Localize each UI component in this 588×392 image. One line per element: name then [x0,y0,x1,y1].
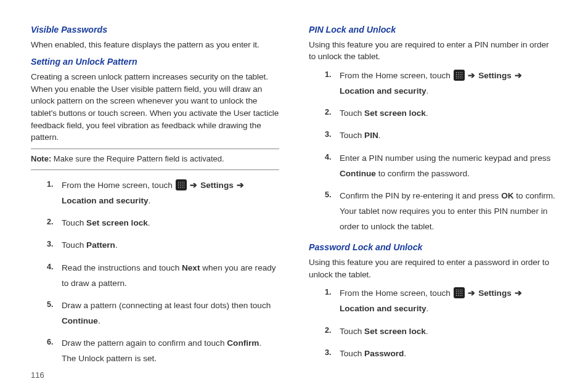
step-item: Confirm the PIN by re-entering it and pr… [325,188,557,234]
step-text: Draw a pattern (connecting at least four… [62,301,271,310]
apps-grid-icon [454,287,465,298]
body-text: When enabled, this feature displays the … [31,39,279,51]
step-text: From the Home screen, touch [62,181,175,190]
arrow-icon: ➔ [237,181,244,190]
kw-confirm: Confirm [227,338,259,348]
step-text: Touch [340,108,364,118]
kw-set-screen-lock: Set screen lock [364,327,426,336]
steps-list-pin: From the Home screen, touch ➔ Settings ➔… [309,68,557,234]
note-box: Note: Make sure the Require Pattern fiel… [31,149,279,170]
kw-settings: Settings [200,181,234,190]
step-item: Touch Set screen lock. [325,105,557,121]
step-item: Touch Pattern. [47,237,279,253]
kw-pattern: Pattern [86,240,115,250]
kw-continue: Continue [340,169,376,178]
heading-pin-lock-unlock: PIN Lock and Unlock [309,23,557,36]
arrow-icon: ➔ [468,288,475,298]
step-item: From the Home screen, touch ➔ Settings ➔… [325,68,557,99]
step-item: Enter a PIN number using the numeric key… [325,150,557,181]
step-item: Draw a pattern (connecting at least four… [47,298,279,329]
kw-ok: OK [501,191,513,200]
step-text: Touch [62,240,86,250]
kw-continue: Continue [62,316,98,325]
step-text: Touch [62,218,86,227]
step-item: Touch PIN. [325,128,557,143]
arrow-icon: ➔ [515,71,522,80]
right-column: PIN Lock and Unlock Using this feature y… [309,22,557,380]
note-label: Note: [31,154,51,163]
page-number: 116 [31,370,44,380]
step-item: Touch Set screen lock. [47,215,279,231]
step-item: Touch Password. [325,346,557,361]
step-text: The Unlock pattern is set. [62,354,157,363]
heading-password-lock-unlock: Password Lock and Unlock [309,241,557,254]
arrow-icon: ➔ [515,288,522,298]
kw-set-screen-lock: Set screen lock [86,218,148,227]
kw-location-security: Location and security [62,196,149,205]
body-text: Creating a screen unlock pattern increas… [31,71,279,144]
body-text: Using this feature you are required to e… [309,39,557,63]
step-text: Draw the pattern again to confirm and to… [62,338,227,348]
step-text: Confirm the PIN by re-entering it and pr… [340,191,501,200]
kw-settings: Settings [478,288,512,298]
step-text: Enter a PIN number using the numeric key… [340,153,550,163]
step-text: From the Home screen, touch [340,71,453,80]
step-text: Touch [340,327,364,336]
arrow-icon: ➔ [468,71,475,80]
steps-list-pattern: From the Home screen, touch ➔ Settings ➔… [31,178,279,366]
step-item: From the Home screen, touch ➔ Settings ➔… [325,285,557,316]
step-item: Draw the pattern again to confirm and to… [47,335,279,366]
step-item: From the Home screen, touch ➔ Settings ➔… [47,178,279,208]
kw-location-security: Location and security [340,304,427,313]
apps-grid-icon [454,70,465,81]
step-text: From the Home screen, touch [340,288,453,298]
step-item: Read the instructions and touch Next whe… [47,260,279,291]
kw-set-screen-lock: Set screen lock [364,108,426,118]
heading-visible-passwords: Visible Passwords [31,23,279,36]
kw-settings: Settings [478,71,512,80]
note-text: Make sure the Require Pattern field is a… [51,154,224,163]
body-text: Using this feature you are required to e… [309,256,557,280]
step-text: to confirm the password. [376,169,470,178]
heading-setting-unlock-pattern: Setting an Unlock Pattern [31,55,279,68]
step-text: Touch [340,131,364,140]
left-column: Visible Passwords When enabled, this fea… [31,22,279,380]
kw-password: Password [364,349,404,358]
step-item: Touch Set screen lock. [325,324,557,339]
steps-list-password: From the Home screen, touch ➔ Settings ➔… [309,285,557,361]
apps-grid-icon [176,179,187,190]
kw-location-security: Location and security [340,86,427,96]
step-text: Read the instructions and touch [62,263,182,272]
kw-next: Next [182,263,200,272]
step-text: Touch [340,349,364,358]
kw-pin: PIN [364,131,378,140]
arrow-icon: ➔ [190,181,197,190]
